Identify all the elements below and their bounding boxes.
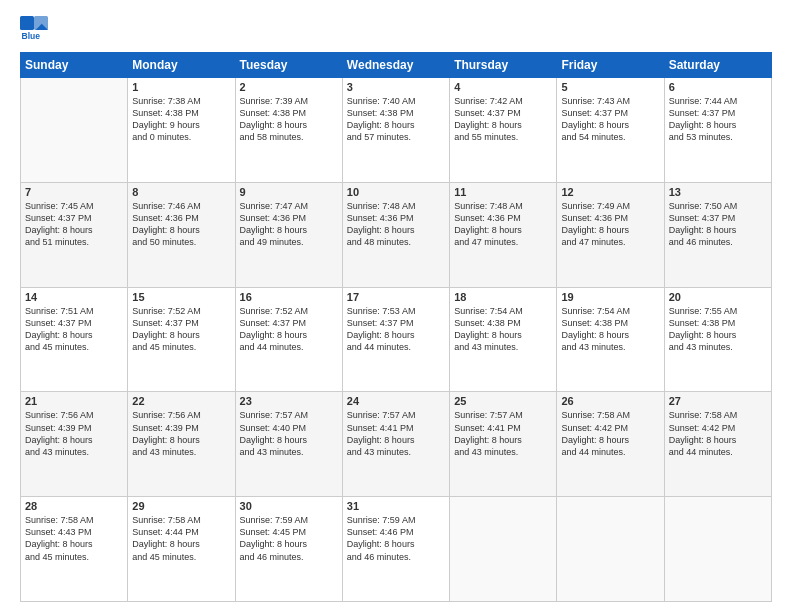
- day-info: Sunrise: 7:50 AM Sunset: 4:37 PM Dayligh…: [669, 200, 767, 249]
- day-info: Sunrise: 7:51 AM Sunset: 4:37 PM Dayligh…: [25, 305, 123, 354]
- day-number: 29: [132, 500, 230, 512]
- calendar-cell: 9Sunrise: 7:47 AM Sunset: 4:36 PM Daylig…: [235, 182, 342, 287]
- generalblue-logo-icon: Blue: [20, 16, 48, 44]
- day-number: 11: [454, 186, 552, 198]
- day-number: 6: [669, 81, 767, 93]
- day-info: Sunrise: 7:43 AM Sunset: 4:37 PM Dayligh…: [561, 95, 659, 144]
- calendar-cell: 1Sunrise: 7:38 AM Sunset: 4:38 PM Daylig…: [128, 78, 235, 183]
- calendar-cell: 12Sunrise: 7:49 AM Sunset: 4:36 PM Dayli…: [557, 182, 664, 287]
- day-number: 19: [561, 291, 659, 303]
- calendar-week-row: 21Sunrise: 7:56 AM Sunset: 4:39 PM Dayli…: [21, 392, 772, 497]
- logo: Blue: [20, 16, 50, 44]
- calendar-cell: 2Sunrise: 7:39 AM Sunset: 4:38 PM Daylig…: [235, 78, 342, 183]
- day-number: 10: [347, 186, 445, 198]
- day-number: 31: [347, 500, 445, 512]
- day-info: Sunrise: 7:56 AM Sunset: 4:39 PM Dayligh…: [132, 409, 230, 458]
- calendar-cell: 18Sunrise: 7:54 AM Sunset: 4:38 PM Dayli…: [450, 287, 557, 392]
- day-number: 1: [132, 81, 230, 93]
- day-info: Sunrise: 7:44 AM Sunset: 4:37 PM Dayligh…: [669, 95, 767, 144]
- day-number: 3: [347, 81, 445, 93]
- day-info: Sunrise: 7:57 AM Sunset: 4:41 PM Dayligh…: [454, 409, 552, 458]
- day-info: Sunrise: 7:56 AM Sunset: 4:39 PM Dayligh…: [25, 409, 123, 458]
- day-info: Sunrise: 7:47 AM Sunset: 4:36 PM Dayligh…: [240, 200, 338, 249]
- day-info: Sunrise: 7:54 AM Sunset: 4:38 PM Dayligh…: [561, 305, 659, 354]
- day-info: Sunrise: 7:48 AM Sunset: 4:36 PM Dayligh…: [347, 200, 445, 249]
- calendar-cell: 8Sunrise: 7:46 AM Sunset: 4:36 PM Daylig…: [128, 182, 235, 287]
- calendar-cell: 15Sunrise: 7:52 AM Sunset: 4:37 PM Dayli…: [128, 287, 235, 392]
- calendar-cell: 23Sunrise: 7:57 AM Sunset: 4:40 PM Dayli…: [235, 392, 342, 497]
- calendar-header-row: SundayMondayTuesdayWednesdayThursdayFrid…: [21, 53, 772, 78]
- weekday-header: Thursday: [450, 53, 557, 78]
- calendar-cell: 31Sunrise: 7:59 AM Sunset: 4:46 PM Dayli…: [342, 497, 449, 602]
- day-number: 23: [240, 395, 338, 407]
- day-info: Sunrise: 7:52 AM Sunset: 4:37 PM Dayligh…: [132, 305, 230, 354]
- day-info: Sunrise: 7:42 AM Sunset: 4:37 PM Dayligh…: [454, 95, 552, 144]
- calendar-cell: 11Sunrise: 7:48 AM Sunset: 4:36 PM Dayli…: [450, 182, 557, 287]
- calendar-cell: 30Sunrise: 7:59 AM Sunset: 4:45 PM Dayli…: [235, 497, 342, 602]
- calendar-cell: 19Sunrise: 7:54 AM Sunset: 4:38 PM Dayli…: [557, 287, 664, 392]
- calendar-cell: 4Sunrise: 7:42 AM Sunset: 4:37 PM Daylig…: [450, 78, 557, 183]
- day-number: 14: [25, 291, 123, 303]
- day-number: 20: [669, 291, 767, 303]
- day-number: 26: [561, 395, 659, 407]
- calendar-cell: 25Sunrise: 7:57 AM Sunset: 4:41 PM Dayli…: [450, 392, 557, 497]
- day-number: 28: [25, 500, 123, 512]
- day-number: 4: [454, 81, 552, 93]
- day-info: Sunrise: 7:48 AM Sunset: 4:36 PM Dayligh…: [454, 200, 552, 249]
- calendar-cell: 13Sunrise: 7:50 AM Sunset: 4:37 PM Dayli…: [664, 182, 771, 287]
- calendar-cell: 29Sunrise: 7:58 AM Sunset: 4:44 PM Dayli…: [128, 497, 235, 602]
- day-number: 21: [25, 395, 123, 407]
- day-number: 5: [561, 81, 659, 93]
- calendar-week-row: 7Sunrise: 7:45 AM Sunset: 4:37 PM Daylig…: [21, 182, 772, 287]
- calendar-cell: [557, 497, 664, 602]
- day-number: 17: [347, 291, 445, 303]
- calendar-week-row: 1Sunrise: 7:38 AM Sunset: 4:38 PM Daylig…: [21, 78, 772, 183]
- day-number: 25: [454, 395, 552, 407]
- calendar-cell: [450, 497, 557, 602]
- header: Blue: [20, 16, 772, 44]
- svg-rect-0: [20, 16, 34, 30]
- day-number: 18: [454, 291, 552, 303]
- day-info: Sunrise: 7:38 AM Sunset: 4:38 PM Dayligh…: [132, 95, 230, 144]
- day-info: Sunrise: 7:58 AM Sunset: 4:44 PM Dayligh…: [132, 514, 230, 563]
- calendar-cell: 5Sunrise: 7:43 AM Sunset: 4:37 PM Daylig…: [557, 78, 664, 183]
- day-number: 22: [132, 395, 230, 407]
- calendar-cell: 6Sunrise: 7:44 AM Sunset: 4:37 PM Daylig…: [664, 78, 771, 183]
- calendar-cell: 16Sunrise: 7:52 AM Sunset: 4:37 PM Dayli…: [235, 287, 342, 392]
- page: Blue SundayMondayTuesdayWednesdayThursda…: [0, 0, 792, 612]
- calendar-cell: 26Sunrise: 7:58 AM Sunset: 4:42 PM Dayli…: [557, 392, 664, 497]
- calendar-table: SundayMondayTuesdayWednesdayThursdayFrid…: [20, 52, 772, 602]
- day-info: Sunrise: 7:52 AM Sunset: 4:37 PM Dayligh…: [240, 305, 338, 354]
- calendar-cell: [664, 497, 771, 602]
- day-number: 2: [240, 81, 338, 93]
- weekday-header: Sunday: [21, 53, 128, 78]
- calendar-cell: 14Sunrise: 7:51 AM Sunset: 4:37 PM Dayli…: [21, 287, 128, 392]
- calendar-cell: 27Sunrise: 7:58 AM Sunset: 4:42 PM Dayli…: [664, 392, 771, 497]
- svg-text:Blue: Blue: [22, 31, 41, 41]
- calendar-week-row: 28Sunrise: 7:58 AM Sunset: 4:43 PM Dayli…: [21, 497, 772, 602]
- day-info: Sunrise: 7:54 AM Sunset: 4:38 PM Dayligh…: [454, 305, 552, 354]
- day-info: Sunrise: 7:58 AM Sunset: 4:43 PM Dayligh…: [25, 514, 123, 563]
- day-number: 12: [561, 186, 659, 198]
- day-number: 27: [669, 395, 767, 407]
- weekday-header: Saturday: [664, 53, 771, 78]
- calendar-week-row: 14Sunrise: 7:51 AM Sunset: 4:37 PM Dayli…: [21, 287, 772, 392]
- day-info: Sunrise: 7:57 AM Sunset: 4:40 PM Dayligh…: [240, 409, 338, 458]
- day-info: Sunrise: 7:39 AM Sunset: 4:38 PM Dayligh…: [240, 95, 338, 144]
- calendar-cell: 3Sunrise: 7:40 AM Sunset: 4:38 PM Daylig…: [342, 78, 449, 183]
- day-number: 24: [347, 395, 445, 407]
- weekday-header: Tuesday: [235, 53, 342, 78]
- calendar-cell: 17Sunrise: 7:53 AM Sunset: 4:37 PM Dayli…: [342, 287, 449, 392]
- day-info: Sunrise: 7:58 AM Sunset: 4:42 PM Dayligh…: [561, 409, 659, 458]
- calendar-cell: [21, 78, 128, 183]
- weekday-header: Friday: [557, 53, 664, 78]
- day-info: Sunrise: 7:40 AM Sunset: 4:38 PM Dayligh…: [347, 95, 445, 144]
- day-info: Sunrise: 7:53 AM Sunset: 4:37 PM Dayligh…: [347, 305, 445, 354]
- day-number: 8: [132, 186, 230, 198]
- day-info: Sunrise: 7:55 AM Sunset: 4:38 PM Dayligh…: [669, 305, 767, 354]
- day-info: Sunrise: 7:46 AM Sunset: 4:36 PM Dayligh…: [132, 200, 230, 249]
- day-number: 16: [240, 291, 338, 303]
- calendar-cell: 28Sunrise: 7:58 AM Sunset: 4:43 PM Dayli…: [21, 497, 128, 602]
- day-info: Sunrise: 7:59 AM Sunset: 4:46 PM Dayligh…: [347, 514, 445, 563]
- day-number: 15: [132, 291, 230, 303]
